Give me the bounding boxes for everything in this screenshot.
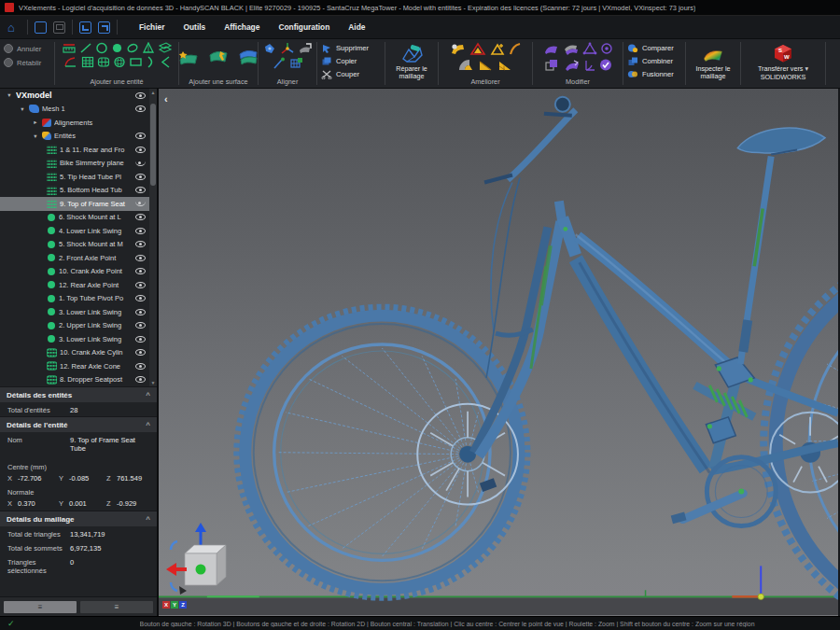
tree-entity[interactable]: 12. Rear Axle Point [0, 278, 157, 292]
auto-surface-icon[interactable] [177, 48, 200, 66]
defeature-icon[interactable] [543, 42, 560, 56]
visibility-eye-closed-icon[interactable] [135, 201, 146, 206]
align-surface-icon[interactable] [298, 42, 313, 55]
tree-entity[interactable]: 3. Lower Link Swing [0, 305, 157, 319]
menu-aide[interactable]: Aide [340, 19, 373, 35]
visibility-eye-icon[interactable] [135, 336, 146, 343]
tree-entity[interactable]: 3. Lower Link Swing [0, 332, 157, 346]
tree-scrollbar[interactable]: ▲▼ [149, 89, 157, 386]
visibility-eye-icon[interactable] [135, 174, 146, 180]
tree-node-alignments[interactable]: ▸Alignements [0, 116, 157, 130]
chevron-down-icon[interactable]: ▾ [32, 133, 39, 140]
orientation-cube-widget[interactable] [166, 521, 241, 600]
undo-button[interactable]: Annuler [4, 44, 50, 53]
detail-view-button[interactable]: ≡ [80, 601, 153, 613]
visibility-eye-icon[interactable] [135, 105, 146, 112]
fill-holes-icon[interactable] [450, 42, 467, 56]
mesh-plane-entity-icon[interactable] [81, 56, 94, 68]
chevron-right-icon[interactable]: ▸ [32, 119, 39, 126]
visibility-eye-icon[interactable] [135, 92, 146, 99]
transfer-solidworks-button[interactable]: SW Transférer vers ▾ SOLIDWORKS [758, 42, 808, 82]
compare-button[interactable]: Comparer [627, 43, 681, 53]
line-entity-icon[interactable] [79, 42, 92, 54]
scroll-down-icon[interactable]: ▼ [149, 379, 157, 386]
viewport-3d[interactable]: ‹ [159, 89, 838, 616]
visibility-eye-icon[interactable] [135, 295, 146, 301]
tree-entity[interactable]: 1 & 11. Rear and Fro [0, 143, 157, 157]
measure-angle-icon[interactable] [583, 58, 596, 72]
menu-affichage[interactable]: Affichage [216, 19, 268, 35]
smooth-boundary-icon[interactable] [509, 42, 522, 56]
chevron-down-icon[interactable]: ▾ [805, 64, 808, 73]
rotate-down-arrow-icon[interactable] [171, 582, 177, 591]
menu-configuration[interactable]: Configuration [270, 19, 338, 35]
visibility-eye-icon[interactable] [135, 349, 146, 356]
tree-entity[interactable]: 5. Tip Head Tube Pl [0, 170, 157, 184]
combine-button[interactable]: Combiner [627, 56, 681, 66]
flip-normals-icon[interactable] [600, 42, 613, 56]
inspect-mesh-button[interactable]: Inspecter le maillage [689, 42, 737, 81]
visibility-eye-closed-icon[interactable] [135, 161, 146, 166]
point-entity-icon[interactable] [111, 42, 123, 54]
ellipse-entity-icon[interactable] [126, 42, 139, 54]
entity-details-header[interactable]: Détails de l'entité^ [0, 416, 157, 432]
planes-entity-icon[interactable] [158, 42, 173, 54]
tree-entity[interactable]: 4. Lower Link Swing [0, 224, 157, 238]
scroll-up-icon[interactable]: ▲ [149, 89, 157, 96]
visibility-eye-icon[interactable] [135, 322, 146, 329]
x-axis-arrow[interactable] [166, 563, 176, 576]
menu-fichier[interactable]: Fichier [131, 19, 173, 35]
chevron-down-icon[interactable]: ▾ [19, 105, 26, 113]
visibility-eye-icon[interactable] [135, 309, 146, 315]
repair-mesh-button[interactable]: Réparer le maillage [387, 42, 436, 81]
visibility-eye-icon[interactable] [135, 255, 146, 261]
redo-button[interactable]: Rétablir [4, 58, 50, 67]
slot-entity-icon[interactable] [97, 56, 110, 68]
arc-entity-icon[interactable] [63, 56, 78, 68]
tree-entity[interactable]: 1. Top Tube Pivot Po [0, 292, 157, 306]
align-scanner-icon[interactable] [262, 42, 277, 55]
copy-button[interactable]: Copier [321, 56, 381, 66]
extend-surface-icon[interactable] [564, 58, 581, 72]
tree-entity[interactable]: 6. Shock Mount at L [0, 211, 157, 225]
tree-node-entities[interactable]: ▾Entités [0, 130, 157, 144]
list-view-button[interactable]: ≡ [4, 601, 77, 613]
visibility-eye-icon[interactable] [135, 133, 146, 139]
bike-3d-model[interactable] [159, 89, 838, 616]
rotate-up-arrow-icon[interactable] [171, 541, 177, 550]
visibility-eye-icon[interactable] [135, 187, 146, 193]
panel-collapse-icon[interactable]: ‹ [164, 94, 168, 104]
z-axis-arrow[interactable] [195, 523, 206, 532]
scrollbar-thumb[interactable] [150, 104, 156, 186]
visibility-eye-icon[interactable] [135, 268, 146, 274]
tree-entity[interactable]: 2. Front Axle Point [0, 251, 157, 265]
visibility-eye-icon[interactable] [135, 147, 146, 153]
ruler-entity-icon[interactable] [62, 42, 77, 54]
visibility-eye-icon[interactable] [135, 228, 146, 234]
align-grid-icon[interactable] [289, 57, 304, 70]
visibility-eye-icon[interactable] [135, 241, 146, 247]
tree-entity[interactable]: 12. Rear Axle Cone [0, 359, 157, 373]
export-icon[interactable] [98, 21, 110, 34]
add-triangles-icon[interactable] [489, 42, 506, 56]
tree-node-vxmodel[interactable]: ▾VXmodel [0, 89, 157, 103]
save-icon[interactable] [53, 21, 65, 34]
decimate-icon[interactable] [477, 58, 494, 72]
rectangle-entity-icon[interactable] [129, 56, 143, 68]
menu-outils[interactable]: Outils [175, 19, 214, 35]
align-axes-icon[interactable] [280, 42, 295, 55]
mesh-details-header[interactable]: Détails du maillage^ [0, 511, 157, 526]
align-pin1-icon[interactable] [272, 57, 287, 70]
edit-triangle-icon[interactable] [582, 42, 597, 56]
manual-surface-icon[interactable] [207, 48, 230, 66]
refine-icon[interactable] [497, 58, 513, 72]
fuse-button[interactable]: Fusionner [627, 69, 681, 79]
visibility-eye-icon[interactable] [135, 376, 146, 383]
cone-entity-icon[interactable] [142, 42, 155, 54]
tree-entity[interactable]: 5. Bottom Head Tub [0, 184, 157, 198]
collapse-caret-icon[interactable]: ^ [146, 515, 150, 524]
tree-entity[interactable]: 2. Upper Link Swing [0, 319, 157, 333]
tree-entity[interactable]: 8. Dropper Seatpost [0, 373, 157, 387]
resurface-icon[interactable] [237, 48, 259, 66]
tree-entity[interactable]: Bike Simmetry plane [0, 157, 157, 171]
